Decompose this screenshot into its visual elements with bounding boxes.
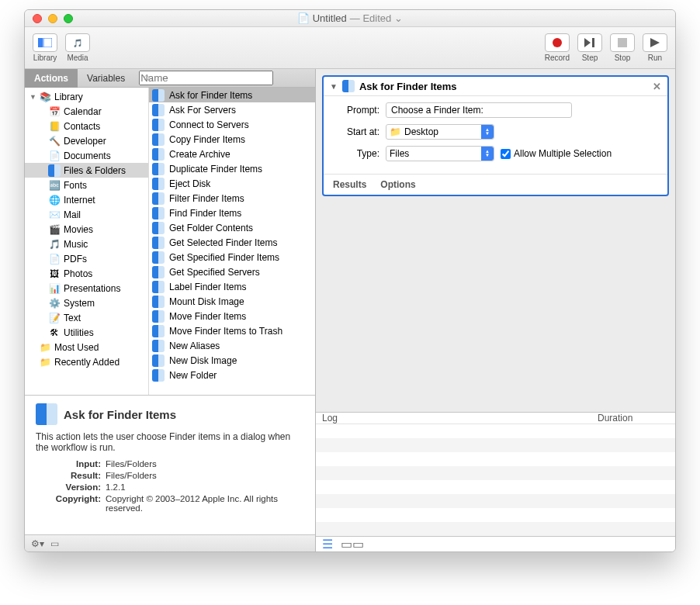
chevron-updown-icon: ▲▼ — [481, 147, 494, 161]
tree-item-documents[interactable]: 📄Documents — [25, 148, 148, 163]
tree-item-contacts[interactable]: 📒Contacts — [25, 119, 148, 133]
finder-icon — [152, 163, 165, 175]
record-button[interactable]: Record — [545, 33, 570, 62]
action-item-label: Label Finder Items — [169, 282, 246, 292]
action-item[interactable]: Eject Disk — [149, 176, 315, 191]
tree-item-label: Contacts — [64, 121, 100, 132]
category-icon: 🔨 — [48, 135, 61, 147]
action-item-label: Find Finder Items — [169, 208, 241, 219]
action-item[interactable]: New Folder — [149, 368, 315, 382]
finder-icon — [152, 178, 165, 190]
toggle-description-icon[interactable]: ▭ — [50, 538, 59, 549]
description-title: Ask for Finder Items — [64, 408, 176, 421]
action-header[interactable]: ▼ Ask for Finder Items ✕ — [324, 77, 667, 96]
start-at-select[interactable]: 📁 Desktop ▲▼ — [386, 124, 494, 140]
action-item[interactable]: Ask For Servers — [149, 102, 315, 117]
library-tree[interactable]: ▼📚Library📅Calendar📒Contacts🔨Developer📄Do… — [25, 88, 149, 395]
tab-results[interactable]: Results — [333, 179, 366, 190]
action-item[interactable]: Filter Finder Items — [149, 191, 315, 206]
tree-item-calendar[interactable]: 📅Calendar — [25, 104, 148, 119]
title-dropdown-icon[interactable]: ⌄ — [394, 12, 403, 24]
action-item-label: Get Folder Contents — [169, 223, 253, 233]
stop-button[interactable]: Stop — [610, 33, 635, 62]
tree-item-music[interactable]: 🎵Music — [25, 237, 148, 251]
log-rows — [316, 424, 675, 536]
tree-item-system[interactable]: ⚙️System — [25, 296, 148, 310]
tree-item-label: Utilities — [64, 327, 94, 338]
action-item[interactable]: Move Finder Items to Trash — [149, 323, 315, 338]
category-icon: 📅 — [48, 105, 61, 118]
action-ask-for-finder-items: ▼ Ask for Finder Items ✕ Prompt: Start a… — [322, 75, 669, 196]
action-item-label: Filter Finder Items — [169, 193, 244, 204]
action-item[interactable]: Mount Disk Image — [149, 294, 315, 309]
action-item[interactable]: Find Finder Items — [149, 206, 315, 220]
media-label: Media — [67, 54, 88, 62]
log-header: Log Duration — [316, 413, 675, 424]
action-item[interactable]: Move Finder Items — [149, 309, 315, 323]
run-button[interactable]: Run — [643, 33, 667, 62]
flow-view-icon[interactable]: ▭▭ — [341, 537, 364, 551]
type-select[interactable]: Files ▲▼ — [386, 146, 494, 161]
tree-item-recently-added[interactable]: 📁Recently Added — [25, 354, 148, 369]
tree-item-mail[interactable]: ✉️Mail — [25, 207, 148, 222]
tree-item-photos[interactable]: 🖼Photos — [25, 266, 148, 281]
tree-item-fonts[interactable]: 🔤Fonts — [25, 178, 148, 192]
tree-item-text[interactable]: 📝Text — [25, 310, 148, 325]
log-column[interactable]: Log — [316, 413, 598, 424]
tree-item-movies[interactable]: 🎬Movies — [25, 222, 148, 237]
disclosure-icon[interactable]: ▼ — [29, 93, 36, 101]
tree-item-developer[interactable]: 🔨Developer — [25, 133, 148, 148]
action-item[interactable]: Copy Finder Items — [149, 132, 315, 147]
svg-marker-2 — [584, 38, 591, 47]
workflow-canvas[interactable]: ▼ Ask for Finder Items ✕ Prompt: Start a… — [316, 69, 675, 412]
duration-column[interactable]: Duration — [598, 413, 675, 424]
allow-multiple-checkbox[interactable]: Allow Multiple Selection — [501, 148, 612, 159]
library-toggle-button[interactable]: Library — [33, 33, 57, 62]
tab-variables[interactable]: Variables — [78, 69, 134, 88]
tab-actions[interactable]: Actions — [25, 69, 78, 88]
action-item[interactable]: Get Specified Finder Items — [149, 250, 315, 264]
search-input[interactable] — [139, 71, 273, 85]
tree-item-files-folders[interactable]: Files & Folders — [25, 163, 148, 178]
action-item[interactable]: Duplicate Finder Items — [149, 161, 315, 176]
finder-icon — [152, 148, 165, 161]
action-item[interactable]: Get Specified Servers — [149, 264, 315, 279]
action-item[interactable]: New Disk Image — [149, 353, 315, 368]
tree-item-pdfs[interactable]: 📄PDFs — [25, 251, 148, 266]
document-icon: 📄 — [297, 12, 310, 24]
svg-rect-4 — [618, 38, 627, 47]
media-button[interactable]: 🎵 Media — [65, 33, 90, 62]
action-list[interactable]: Ask for Finder ItemsAsk For ServersConne… — [149, 88, 315, 395]
tab-options[interactable]: Options — [380, 179, 415, 190]
tree-item-utilities[interactable]: 🛠Utilities — [25, 325, 148, 340]
category-icon: 🔤 — [48, 179, 61, 192]
log-panel: Log Duration ☰ ▭▭ — [316, 412, 675, 551]
action-item[interactable]: Label Finder Items — [149, 279, 315, 294]
action-item[interactable]: Ask for Finder Items — [149, 88, 315, 102]
finder-icon — [152, 296, 165, 308]
action-item[interactable]: New Aliases — [149, 338, 315, 353]
step-button[interactable]: Step — [577, 33, 602, 62]
svg-marker-5 — [650, 38, 660, 47]
finder-icon — [342, 80, 355, 92]
tree-item-label: Movies — [64, 224, 93, 235]
action-item[interactable]: Create Archive — [149, 147, 315, 161]
gear-icon[interactable]: ⚙︎▾ — [31, 538, 44, 549]
action-item[interactable]: Get Folder Contents — [149, 220, 315, 235]
disclosure-icon[interactable]: ▼ — [330, 82, 338, 91]
close-action-button[interactable]: ✕ — [653, 81, 661, 92]
tree-item-library[interactable]: ▼📚Library — [25, 89, 148, 104]
tree-item-most-used[interactable]: 📁Most Used — [25, 340, 148, 354]
tree-item-label: Text — [64, 313, 81, 323]
log-row — [316, 452, 675, 466]
record-label: Record — [545, 54, 570, 62]
log-footer: ☰ ▭▭ — [316, 536, 675, 551]
prompt-input[interactable] — [386, 102, 572, 118]
tree-item-presentations[interactable]: 📊Presentations — [25, 281, 148, 296]
list-view-icon[interactable]: ☰ — [322, 537, 333, 551]
action-item[interactable]: Get Selected Finder Items — [149, 235, 315, 250]
allow-multiple-input[interactable] — [501, 149, 511, 159]
tree-item-internet[interactable]: 🌐Internet — [25, 192, 148, 207]
action-item[interactable]: Connect to Servers — [149, 117, 315, 132]
tree-item-label: Most Used — [54, 342, 99, 353]
